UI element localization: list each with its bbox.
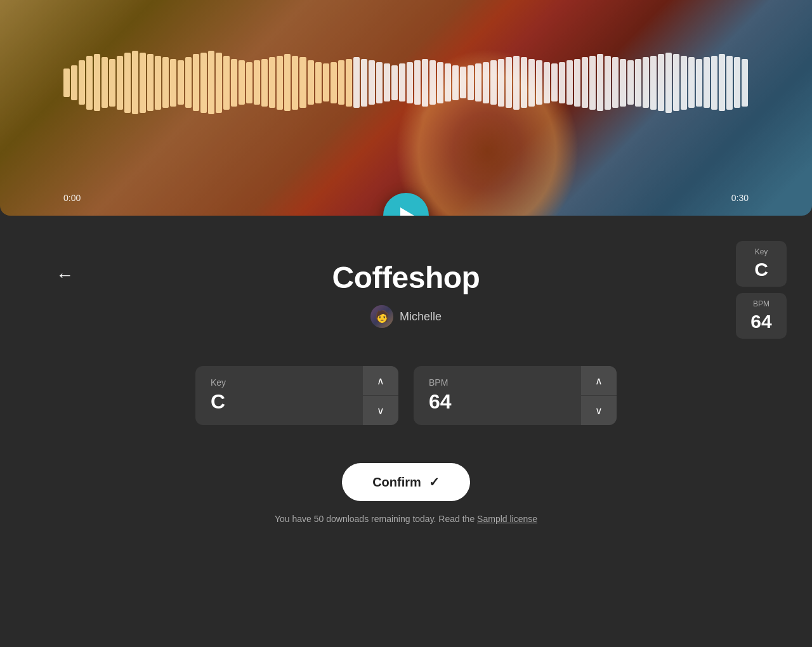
confirm-label: Confirm [372, 475, 421, 490]
bpm-side-card-value: 64 [746, 311, 776, 332]
bpm-value-section: BPM 64 [414, 366, 581, 425]
bpm-up-button[interactable] [581, 366, 617, 396]
waveform-bar [483, 62, 489, 103]
artist-avatar: 🧑 [370, 305, 393, 328]
waveform-bar [261, 59, 268, 107]
key-control: Key C [195, 366, 398, 425]
waveform-bar [414, 60, 421, 105]
waveform-bar [513, 56, 520, 110]
waveform-bar [140, 53, 146, 113]
waveform-bar [566, 60, 573, 105]
waveform-bar [460, 67, 466, 98]
key-control-value: C [211, 390, 348, 414]
waveform-bar [589, 56, 596, 110]
bpm-down-button[interactable] [581, 396, 617, 425]
artist-name: Michelle [400, 310, 442, 324]
confirm-button[interactable]: Confirm ✓ [342, 463, 470, 501]
waveform-bar [162, 57, 169, 108]
key-side-card: Key C [736, 241, 787, 287]
waveform-bar [193, 54, 199, 111]
waveform-bar [726, 56, 733, 110]
waveform-bar [437, 62, 443, 103]
waveform-bar [178, 60, 184, 105]
waveform-bar [208, 51, 214, 114]
waveform-bar [284, 54, 291, 111]
waveform-bar [308, 60, 314, 105]
waveform-bar [391, 65, 398, 100]
waveform-bar [643, 57, 649, 108]
waveform-bar [346, 59, 352, 107]
waveform-bar [574, 59, 580, 107]
waveform-bar [292, 56, 298, 110]
waveform-bar [277, 56, 283, 110]
waveform-bar [384, 63, 390, 101]
waveform-bar [353, 57, 360, 108]
waveform-bar [445, 63, 451, 101]
waveform-bar [170, 59, 176, 107]
waveform-bar [704, 57, 710, 108]
waveform-bar [506, 57, 512, 108]
waveform-bar [422, 59, 428, 107]
check-icon: ✓ [429, 474, 440, 490]
waveform-bar [117, 56, 123, 110]
license-link[interactable]: Sampld license [477, 514, 537, 524]
waveform-bar [86, 56, 93, 110]
back-button[interactable]: ← [51, 260, 79, 291]
waveform-bar [559, 62, 565, 103]
bpm-up-icon [595, 375, 603, 387]
waveform-bar [239, 60, 245, 105]
waveform-bar [71, 65, 77, 100]
waveform-bar [399, 63, 405, 101]
track-title: Coffeshop [332, 260, 480, 295]
waveform-bar [635, 59, 641, 107]
key-up-button[interactable] [363, 366, 398, 396]
waveform-bar [536, 60, 542, 105]
waveform-bar [315, 62, 322, 103]
waveform-bar [521, 57, 527, 108]
waveform-bar [246, 62, 252, 103]
waveform-bar [231, 59, 237, 107]
waveform-bar [185, 57, 192, 108]
license-text: You have 50 downloads remaining today. R… [275, 514, 537, 524]
key-down-icon [377, 405, 384, 417]
waveform-bar [132, 51, 138, 114]
bpm-control: BPM 64 [414, 366, 617, 425]
waveform-bar [323, 63, 329, 101]
waveform-bar [528, 59, 535, 107]
waveform-bar [612, 57, 619, 108]
key-up-icon [377, 375, 384, 387]
waveform-bar [452, 65, 459, 100]
hero-section: 0:00 0:30 [0, 0, 812, 216]
waveform-bar [369, 60, 375, 105]
waveform-bar [605, 56, 611, 110]
waveform-bar [620, 59, 626, 107]
waveform-bar [468, 65, 474, 100]
time-end: 0:30 [731, 193, 749, 203]
main-content: ← Key C BPM 64 Coffeshop 🧑 Michelle Key … [0, 216, 812, 647]
waveform-bar [719, 54, 725, 111]
bpm-down-icon [595, 405, 603, 417]
artist-row: 🧑 Michelle [370, 305, 442, 328]
waveform-bar [658, 54, 664, 111]
waveform-bar [223, 56, 230, 110]
key-side-card-value: C [746, 259, 776, 280]
waveform-bar [490, 60, 497, 105]
waveform-bar [147, 54, 154, 111]
bpm-arrows [581, 366, 617, 425]
waveform-bar [331, 62, 337, 103]
waveform-bar [254, 60, 260, 105]
waveform-bar [155, 56, 161, 110]
waveform-bar [200, 53, 207, 113]
waveform-bar [79, 60, 85, 105]
waveform-bar [673, 54, 679, 111]
waveform-bar [338, 60, 344, 105]
waveform-bar [650, 56, 657, 110]
key-control-label: Key [211, 377, 348, 388]
waveform-bar [551, 63, 558, 101]
key-down-button[interactable] [363, 396, 398, 425]
bpm-control-label: BPM [429, 377, 566, 388]
controls-row: Key C BPM 64 [195, 366, 617, 425]
waveform-bar [734, 57, 740, 108]
waveform-bar [109, 59, 115, 107]
waveform-bar [429, 60, 436, 105]
